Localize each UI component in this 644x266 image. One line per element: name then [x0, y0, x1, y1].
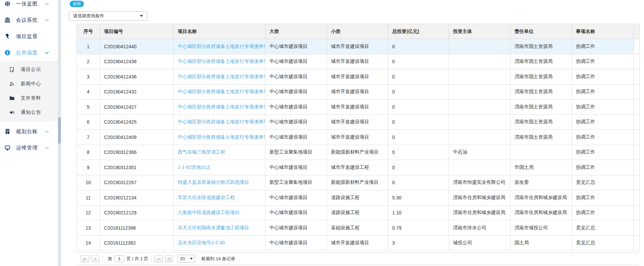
cell-name: 中心城区部分政府储备土地发行专项债券项目: [174, 54, 265, 69]
project-name-link[interactable]: 中心城区部分政府储备土地发行专项债券项目: [178, 89, 265, 94]
cell-matter: 协调工作: [572, 190, 634, 206]
col-header-code: 项目编号: [100, 24, 174, 39]
project-name-link[interactable]: 恒盛大荔县双泉镇分散式风电项目: [178, 179, 249, 185]
cell-investment: 5.30: [388, 190, 449, 206]
table-row[interactable]: 4C20190412432中心城区部分政府储备土地发行专项债券项目中心城市建设项…: [77, 84, 640, 100]
table-row[interactable]: 7C20190412409中心城区部分政府储备土地发行专项债券项目中心城市建设项…: [77, 130, 640, 145]
sidebar-item-meeting[interactable]: 会议系统: [0, 12, 58, 28]
pager-divider: [103, 255, 103, 263]
page-number-input[interactable]: [114, 255, 124, 262]
cell-investor: [449, 114, 510, 130]
sidebar-item-news-center[interactable]: 新闻中心: [0, 77, 58, 91]
cell-matter: 意见汇总: [572, 220, 634, 236]
project-name-link[interactable]: 西气东输三线管道工程: [178, 149, 225, 155]
project-name-link[interactable]: 1-1-62宗地出让: [178, 164, 210, 170]
cell-seq: 11: [77, 190, 100, 206]
filler-cell: [634, 175, 640, 190]
cell-investment: 0: [388, 130, 449, 145]
sidebar-scrollbar[interactable]: [58, 0, 61, 266]
cell-investment: 0: [388, 39, 449, 54]
cell-subcategory: 城市开发建设项目: [327, 84, 388, 100]
filler-cell: [634, 69, 640, 85]
cell-investment: 0: [388, 69, 449, 85]
project-name-link[interactable]: 中心城区部分政府储备土地发行专项债券项目: [178, 134, 265, 140]
col-header-category: 大类: [265, 24, 327, 39]
project-name-link[interactable]: 中心城区部分政府储备土地发行专项债券项目: [178, 74, 265, 79]
sidebar-item-project-publicity[interactable]: 项目公示: [0, 63, 58, 77]
sidebar-item-label: 规划台账: [16, 128, 38, 135]
project-name-link[interactable]: 滨水东区宗地号2-2-30: [178, 240, 225, 245]
table-row[interactable]: 6C20190412425中心城区部分政府储备土地发行专项债券项目中心城市建设项…: [77, 114, 640, 130]
sidebar-item-public-info[interactable]: 公共信息: [0, 45, 58, 61]
cell-seq: 14: [77, 235, 100, 251]
page-size-value: 20: [180, 256, 185, 261]
filler-cell: [634, 160, 640, 175]
table-row[interactable]: 5C20190412427中心城区部分政府储备土地发行专项债券项目中心城市建设项…: [77, 100, 640, 115]
query-condition-select[interactable]: 请选择查询条件: [69, 11, 147, 21]
page-size-select[interactable]: 20: [177, 255, 195, 263]
table-row[interactable]: 9C201903123511-1-62宗地出让中心城市建设项目城市开发建设工程0…: [77, 160, 640, 175]
cell-responsible: 渭南市住房和城乡建设局: [510, 205, 572, 220]
all-filter-button[interactable]: 全部: [70, 1, 84, 7]
sidebar-item-planning-ledger[interactable]: 规划台账: [0, 123, 58, 140]
cell-category: 中心城市建设项目: [265, 54, 327, 69]
info-icon: [4, 50, 11, 56]
cell-name: 乐天大街初期雨水调蓄池工程项目: [174, 220, 265, 236]
document-icon: [9, 67, 15, 72]
table-row[interactable]: 10C20190312267恒盛大荔县双泉镇分散式风电项目新型工业聚集地项目新能…: [77, 175, 640, 190]
filler-cell: [634, 220, 640, 236]
project-name-link[interactable]: 中心城区部分政府储备土地发行专项债券项目: [178, 43, 265, 49]
cell-category: 中心城市建设项目: [265, 39, 327, 54]
sidebar-item-documents[interactable]: 文件资料: [0, 91, 58, 105]
last-page-button[interactable]: »|: [165, 255, 173, 262]
cell-code: C20190412425: [100, 114, 174, 130]
cell-code: C20181112396: [100, 220, 174, 236]
table-row[interactable]: 2C20190412438中心城区部分政府储备土地发行专项债券项目中心城市建设项…: [77, 54, 640, 69]
cell-code: C20190412436: [100, 69, 174, 85]
table-row[interactable]: 8C20190312366西气东输三线管道工程新型工业聚集地项目新能源新材料产业…: [77, 145, 640, 160]
folder-icon: [9, 95, 15, 101]
caret-down-icon: [190, 258, 193, 260]
cell-responsible: 渭南市国土资源局: [510, 100, 572, 115]
sidebar-item-notices[interactable]: 通知公告: [0, 105, 58, 120]
table-row[interactable]: 3C20190412436中心城区部分政府储备土地发行专项债券项目中心城市建设项…: [77, 69, 640, 85]
project-name-link[interactable]: 中心城区部分政府储备土地发行专项债券项目: [178, 58, 265, 64]
cell-investment: 0: [388, 54, 449, 69]
project-name-link[interactable]: 乐天大街初期雨水调蓄池工程项目: [178, 225, 249, 230]
table-row[interactable]: 13C20181112396乐天大街初期雨水调蓄池工程项目中心城市建设项目基础设…: [77, 220, 640, 236]
project-name-link[interactable]: 车雷大街东段道路建设工程: [178, 195, 235, 200]
sidebar-item-label: 新闻中心: [21, 81, 41, 87]
cell-investor: [449, 39, 510, 54]
projects-table: 序号 项目编号 项目名称 大类 小类 总投资(亿元) 投资主体 责任单位 事项名…: [76, 24, 640, 251]
sidebar-item-label: 会议系统: [16, 17, 38, 23]
cell-matter: 意见汇总: [572, 235, 634, 251]
project-name-link[interactable]: 中心城区部分政府储备土地发行专项债券项目: [178, 119, 265, 124]
sidebar-item-blueprint[interactable]: 一张蓝图: [0, 0, 58, 12]
next-page-button[interactable]: »: [154, 255, 163, 262]
sidebar-scrollbar-thumb[interactable]: [58, 117, 61, 144]
table-row[interactable]: 14C20181112382滨水东区宗地号2-2-30中心城市建设项目城市开发建…: [77, 235, 640, 251]
cell-subcategory: 道路设施工程: [327, 190, 388, 206]
cell-code: C20190212134: [100, 190, 174, 206]
table-row[interactable]: 1C20190412440中心城区部分政府储备土地发行专项债券项目中心城市建设项…: [77, 39, 640, 54]
sidebar-item-label: 一张蓝图: [16, 1, 38, 7]
chevron-down-icon: [45, 147, 49, 149]
cell-category: 中心城市建设项目: [265, 190, 327, 206]
col-header-responsible: 责任单位: [510, 24, 572, 39]
cell-subcategory: 城市开发建设工程: [327, 160, 388, 175]
cell-matter: 协调工作: [572, 160, 634, 175]
cell-investment: 0: [388, 84, 449, 100]
cell-name: 中心城区部分政府储备土地发行专项债券项目: [174, 100, 265, 115]
cell-matter: 协调工作: [572, 54, 634, 69]
sidebar-item-supervision[interactable]: 项目监督: [0, 28, 58, 45]
first-page-button[interactable]: |«: [81, 255, 89, 262]
prev-page-button[interactable]: «: [91, 255, 100, 262]
table-row[interactable]: 12C20190212129六泉路中段道路建设工程项目中心城市建设项目道路设施工…: [77, 205, 640, 220]
project-name-link[interactable]: 中心城区部分政府储备土地发行专项债券项目: [178, 104, 265, 109]
query-condition-value: 请选择查询条件: [73, 13, 104, 19]
filler-cell: [634, 235, 640, 251]
table-row[interactable]: 11C20190212134车雷大街东段道路建设工程中心城市建设项目道路设施工程…: [77, 190, 640, 206]
filler-cell: [634, 145, 640, 160]
project-name-link[interactable]: 六泉路中段道路建设工程项目: [178, 210, 240, 215]
sidebar-item-ops-management[interactable]: 运维管理: [0, 140, 58, 156]
